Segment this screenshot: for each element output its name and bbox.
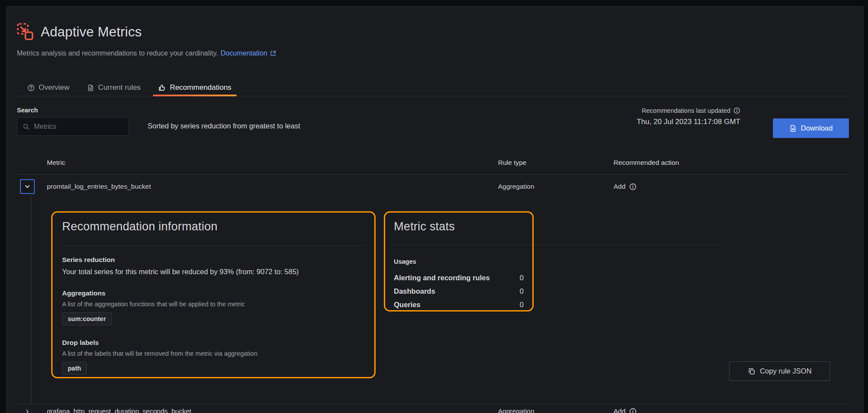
aggregations-description: A list of the aggregation functions that… [62,300,365,308]
recommendation-information-title: Recommendation information [62,219,365,234]
recommendation-information-panel: Recommendation information Series reduct… [51,211,376,378]
drop-label-chip: path [62,362,87,375]
download-button[interactable]: Download [773,118,849,138]
question-circle-icon [27,84,35,92]
thumbs-up-icon [158,84,166,92]
last-updated-block: Recommendations last updated Thu, 20 Jul… [610,107,740,126]
copy-rule-json-button[interactable]: Copy rule JSON [729,361,830,381]
stat-row: Dashboards 0 [394,285,524,298]
stat-label: Queries [394,301,420,309]
page-subtitle-row: Metrics analysis and recommendations to … [17,48,277,59]
tab-bar: Overview Current rules Recommendations [22,79,237,96]
usages-label: Usages [394,257,524,266]
column-header-metric: Metric [47,159,65,167]
stat-row: Queries 0 [394,298,524,311]
table-row-rule-type: Aggregation [498,407,535,413]
adaptive-metrics-app-icon [17,22,33,42]
metric-stats-panel: Metric stats Usages Alerting and recordi… [384,211,534,311]
panel-divider [62,246,365,246]
expanded-row-guide-line [31,195,31,403]
stat-label: Alerting and recording rules [394,274,490,282]
series-reduction-label: Series reduction [62,256,365,264]
row-divider [17,403,849,404]
collapse-row-button[interactable] [20,179,35,194]
drop-labels-label: Drop labels [62,338,365,347]
table-row-recommended-action: Add [614,183,637,190]
table-row-metric-name: promtail_log_entries_bytes_bucket [47,183,151,190]
tab-recommendations[interactable]: Recommendations [153,79,237,96]
drop-labels-description: A list of the labels that will be remove… [62,349,365,358]
table-header-divider [17,174,849,175]
search-icon [23,123,30,130]
download-file-icon [789,125,797,132]
tab-overview[interactable]: Overview [22,79,75,96]
last-updated-value: Thu, 20 Jul 2023 11:17:08 GMT [610,118,740,126]
table-row-metric-name: grafana_http_request_duration_seconds_bu… [47,407,191,413]
tabbar-divider [17,96,849,96]
table-row-rule-type: Aggregation [498,183,535,190]
page-title: Adaptive Metrics [41,23,142,42]
aggregations-label: Aggregations [62,289,365,298]
metric-stats-title: Metric stats [394,219,524,234]
page-subtitle: Metrics analysis and recommendations to … [17,48,218,59]
search-input-wrapper [17,117,129,136]
stat-value: 0 [520,287,524,295]
info-circle-icon[interactable] [629,408,637,413]
sorted-by-text: Sorted by series reduction from greatest… [148,122,300,130]
chevron-right-icon [24,408,31,413]
info-circle-icon[interactable] [733,107,740,114]
external-link-icon [270,50,277,57]
series-reduction-text: Your total series for this metric will b… [62,266,365,277]
aggregation-chip: sum:counter [62,312,112,325]
stat-row: Alerting and recording rules 0 [394,271,524,285]
adaptive-metrics-page: Adaptive Metrics Metrics analysis and re… [0,0,868,413]
document-icon [87,84,94,92]
stat-label: Dashboards [394,287,435,295]
column-header-rule-type: Rule type [498,159,526,167]
documentation-link[interactable]: Documentation [221,48,277,59]
tab-current-rules[interactable]: Current rules [82,79,146,96]
column-header-recommended-action: Recommended action [614,159,679,167]
stat-value: 0 [520,274,524,282]
table-row-recommended-action: Add [614,407,637,413]
search-label: Search [17,107,38,114]
expand-row-button[interactable] [24,408,31,413]
copy-icon [748,367,756,375]
search-input[interactable] [33,122,124,131]
last-updated-label-row: Recommendations last updated [642,107,740,114]
info-circle-icon[interactable] [629,183,637,190]
stat-value: 0 [520,301,524,309]
chevron-down-icon [24,183,31,190]
